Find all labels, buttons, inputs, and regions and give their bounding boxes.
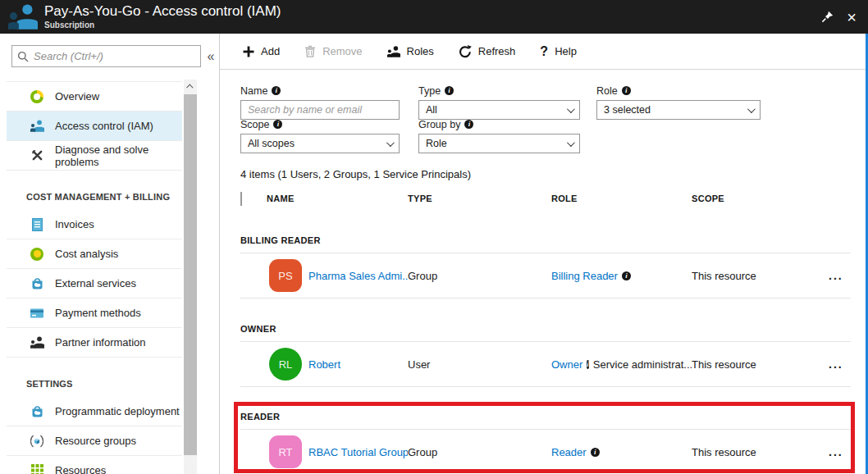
remove-button[interactable]: Remove [304,45,362,57]
sidebar-item-programmatic-deployment[interactable]: Programmatic deployment [7,397,182,426]
table-row: PS Pharma Sales Admi... Group Billing Re… [240,253,851,299]
ellipsis-menu-icon[interactable]: ... [829,445,851,458]
member-name-link[interactable]: Pharma Sales Admi... [308,270,408,282]
sidebar-item-cost-analysis[interactable]: Cost analysis [7,239,182,269]
column-name: NAME [267,194,408,203]
sidebar-item-resources[interactable]: Resources [7,456,182,474]
group-title: READER [240,408,851,430]
scope-filter-select[interactable]: All scopes [240,134,400,153]
sidebar-section-settings: SETTINGS [7,358,182,397]
sidebar-item-label: Diagnose and solve problems [55,144,182,168]
sidebar-item-resource-groups[interactable]: Resource groups [7,426,182,456]
role-link[interactable]: Billing Reader [551,270,618,282]
info-icon[interactable]: i [622,271,631,280]
filter-name: Name i [240,84,400,120]
filter-scope: Scope i All scopes [240,118,400,153]
sidebar-item-label: Cost analysis [55,248,118,260]
avatar: PS [269,259,302,292]
subscription-icon [8,4,38,30]
ellipsis-menu-icon[interactable]: ... [829,269,851,282]
sidebar-item-invoices[interactable]: Invoices [7,210,182,239]
info-icon[interactable]: i [272,86,281,95]
sidebar-item-label: Invoices [55,218,94,230]
sidebar-item-label: Overview [55,90,99,103]
sidebar-scrollbar[interactable] [184,80,197,474]
cost-analysis-icon [30,248,44,261]
select-all-checkbox[interactable] [240,192,242,206]
chevron-down-icon [567,139,575,147]
payment-methods-icon [30,308,44,318]
filter-group-by: Group by i Role [418,118,580,153]
help-button[interactable]: ? Help [540,44,577,59]
info-icon[interactable]: i [445,86,454,95]
sidebar-item-label: Payment methods [55,307,141,319]
group-by-filter-label: Group by [418,119,460,130]
external-services-icon [30,277,44,289]
chevron-down-icon [386,139,395,147]
avatar: RT [269,435,302,468]
ellipsis-menu-icon[interactable]: ... [829,358,851,371]
window-titlebar: Pay-As-You-Go - Access control (IAM) Sub… [0,0,868,34]
info-icon[interactable]: i [591,448,600,457]
column-type: TYPE [408,194,551,203]
sidebar-item-external-services[interactable]: External services [7,269,182,299]
items-summary: 4 items (1 Users, 2 Groups, 1 Service Pr… [240,168,471,180]
chevron-down-icon [747,105,756,113]
sidebar-item-label: Partner information [55,336,146,349]
filter-type: Type i All [418,84,580,120]
diagnose-icon [30,149,44,162]
scrollbar-up-icon[interactable] [184,80,197,93]
search-input[interactable] [34,50,195,62]
type-filter-select[interactable]: All [418,100,580,120]
page-subtitle: Subscription [44,21,281,30]
pin-icon[interactable] [821,11,834,23]
name-filter-input[interactable] [248,104,392,116]
sidebar-item-access-control[interactable]: Access control (IAM) [7,112,182,141]
role-link[interactable]: Reader [551,446,587,458]
info-icon[interactable]: i [464,120,473,129]
sidebar-item-overview[interactable]: Overview [7,82,182,112]
collapse-sidebar-icon[interactable]: « [203,48,218,65]
member-type: Group [408,446,551,458]
invoices-icon [30,218,44,231]
sidebar-item-label: Resources [55,464,106,474]
sidebar-item-diagnose[interactable]: Diagnose and solve problems [7,141,182,171]
table-header: NAME TYPE ROLE SCOPE [240,189,851,207]
sidebar-section-cost-management: COST MANAGEMENT + BILLING [7,171,182,210]
scrollbar-thumb[interactable] [184,94,197,455]
member-scope: This resource [692,270,829,282]
info-icon[interactable]: i [273,120,282,129]
group-by-filter-select[interactable]: Role [418,134,580,153]
sidebar-item-label: External services [55,277,136,289]
table-row: RT RBAC Tutorial Group Group Reader i Th… [240,430,851,474]
add-button[interactable]: Add [243,45,280,57]
column-role: ROLE [551,194,692,203]
overview-icon [30,90,44,103]
sidebar-item-label: Access control (IAM) [55,120,153,132]
avatar: RL [269,348,302,381]
group-reader: READER RT RBAC Tutorial Group Group Read… [240,408,851,474]
scope-filter-label: Scope [240,119,269,130]
sidebar-item-payment-methods[interactable]: Payment methods [7,299,182,328]
main-panel: Add Remove Roles [220,34,868,474]
member-name-link[interactable]: Robert [308,358,340,371]
roles-button[interactable]: Roles [387,45,434,57]
name-filter-label: Name [240,85,267,97]
trash-icon [304,45,316,57]
role-filter-select[interactable]: 3 selected [596,100,761,120]
refresh-button[interactable]: Refresh [459,45,516,58]
sidebar-search[interactable] [11,45,201,67]
sidebar: « Overview Access control (IAM) [0,34,220,474]
role-link[interactable]: Owner [551,358,582,371]
member-name-link[interactable]: RBAC Tutorial Group [308,446,408,458]
member-scope: This resource [692,358,829,371]
page-title: Pay-As-You-Go - Access control (IAM) [44,4,281,20]
info-icon[interactable]: i [587,360,589,369]
info-icon[interactable]: i [622,86,631,95]
search-icon [17,51,29,62]
column-scope: SCOPE [692,194,829,203]
group-billing-reader: BILLING READER PS Pharma Sales Admi... G… [240,231,851,299]
command-bar: Add Remove Roles [220,34,868,70]
close-icon[interactable]: × [847,9,857,25]
sidebar-item-partner-information[interactable]: Partner information [7,328,182,358]
